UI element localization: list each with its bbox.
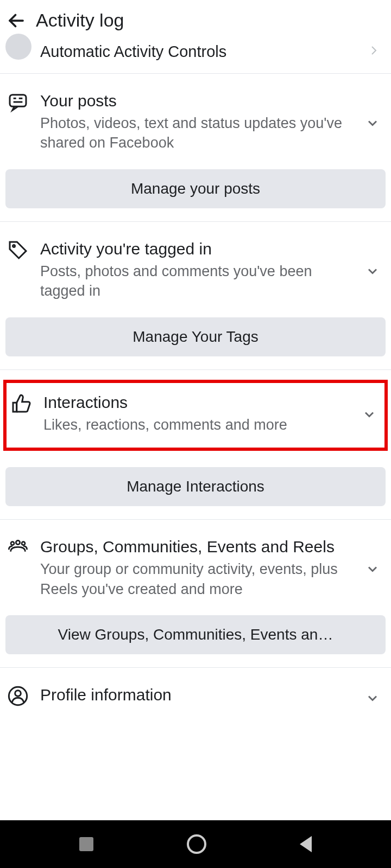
svg-point-6: [16, 541, 20, 545]
view-groups-button[interactable]: View Groups, Communities, Events an…: [5, 615, 386, 654]
svg-point-8: [22, 542, 25, 545]
tagged-title: Activity you're tagged in: [40, 238, 355, 259]
like-icon: [9, 392, 34, 417]
arrow-left-icon: [7, 11, 26, 30]
profile-title: Profile information: [40, 684, 355, 705]
manage-posts-button[interactable]: Manage your posts: [5, 169, 386, 208]
chevron-down-icon: [365, 561, 380, 579]
row-interactions[interactable]: Interactions Likes, reactions, comments …: [9, 392, 377, 435]
section-your-posts: Your posts Photos, videos, text and stat…: [0, 74, 391, 222]
person-icon: [5, 684, 30, 709]
chevron-down-icon: [365, 264, 380, 281]
nav-home-button[interactable]: [187, 834, 206, 854]
section-interactions: Interactions Likes, reactions, comments …: [0, 380, 391, 520]
nav-back-button[interactable]: [300, 836, 312, 852]
tag-icon: [5, 238, 30, 263]
groups-content: Groups, Communities, Events and Reels Yo…: [40, 536, 355, 599]
tagged-subtitle: Posts, photos and comments you've been t…: [40, 261, 355, 301]
chevron-down-icon: [365, 691, 380, 708]
chevron-right-icon: [367, 40, 380, 63]
posts-subtitle: Photos, videos, text and status updates …: [40, 113, 355, 153]
svg-point-5: [13, 245, 15, 247]
page-title: Activity log: [36, 10, 124, 31]
interactions-subtitle: Likes, reactions, comments and more: [43, 415, 352, 435]
section-groups: Groups, Communities, Events and Reels Yo…: [0, 520, 391, 668]
interactions-title: Interactions: [43, 392, 352, 413]
row-tagged[interactable]: Activity you're tagged in Posts, photos …: [0, 222, 391, 301]
people-icon: [5, 536, 30, 561]
groups-title: Groups, Communities, Events and Reels: [40, 536, 355, 557]
nav-recent-button[interactable]: [79, 837, 93, 851]
chevron-down-icon: [362, 407, 377, 424]
back-button[interactable]: [7, 11, 26, 30]
row-profile[interactable]: Profile information: [0, 668, 391, 709]
header: Activity log: [0, 0, 391, 41]
automatic-controls-title: Automatic Activity Controls: [40, 43, 367, 61]
android-nav-bar: [0, 820, 391, 868]
posts-title: Your posts: [40, 90, 355, 111]
groups-subtitle: Your group or community activity, events…: [40, 559, 355, 599]
highlighted-interactions: Interactions Likes, reactions, comments …: [3, 380, 388, 451]
automatic-controls-icon: [5, 34, 31, 60]
section-automatic-controls[interactable]: Automatic Activity Controls: [0, 41, 391, 74]
manage-tags-button[interactable]: Manage Your Tags: [5, 317, 386, 356]
svg-point-7: [11, 542, 14, 545]
section-profile: Profile information: [0, 668, 391, 722]
svg-rect-1: [10, 95, 26, 107]
row-your-posts[interactable]: Your posts Photos, videos, text and stat…: [0, 74, 391, 153]
chevron-down-icon: [365, 116, 380, 133]
posts-icon: [5, 90, 30, 115]
tagged-content: Activity you're tagged in Posts, photos …: [40, 238, 355, 301]
manage-interactions-button[interactable]: Manage Interactions: [5, 467, 386, 506]
interactions-content: Interactions Likes, reactions, comments …: [43, 392, 352, 435]
profile-content: Profile information: [40, 684, 355, 707]
row-groups[interactable]: Groups, Communities, Events and Reels Yo…: [0, 520, 391, 599]
section-tagged: Activity you're tagged in Posts, photos …: [0, 222, 391, 370]
svg-point-10: [15, 691, 21, 697]
posts-content: Your posts Photos, videos, text and stat…: [40, 90, 355, 153]
